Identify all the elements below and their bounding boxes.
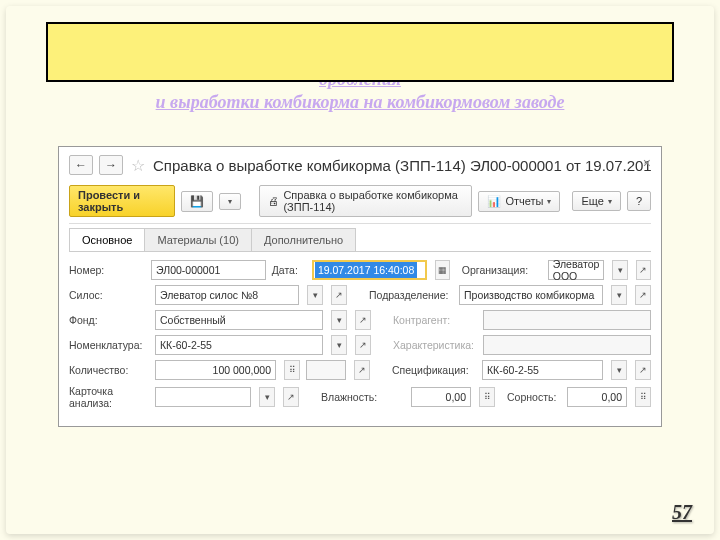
select-icon[interactable]: ▾ <box>307 285 323 305</box>
select-icon[interactable]: ▾ <box>331 335 347 355</box>
help-button[interactable]: ? <box>627 191 651 211</box>
toolbar: Провести и закрыть ▾ Справка о выработке… <box>69 181 651 224</box>
label-org: Организация: <box>462 264 542 276</box>
spec-field[interactable]: КК-60-2-55 <box>482 360 603 380</box>
titlebar: ← → ☆ Справка о выработке комбикорма (ЗП… <box>69 155 651 181</box>
silo-value: Элеватор силос №8 <box>160 289 258 301</box>
calc-icon[interactable]: ⠿ <box>479 387 495 407</box>
nomen-field[interactable]: КК-60-2-55 <box>155 335 323 355</box>
counter-field <box>483 310 651 330</box>
char-field <box>483 335 651 355</box>
date-field[interactable]: 19.07.2017 16:40:08 <box>312 260 427 280</box>
row-fund: Фонд: Собственный ▾ ↗ Контрагент: <box>69 310 651 330</box>
tab-materials[interactable]: Материалы (10) <box>144 228 252 251</box>
label-silo: Силос: <box>69 289 149 301</box>
dept-field[interactable]: Производство комбикорма <box>459 285 603 305</box>
slide-frame: дробления и выработки комбикорма на комб… <box>6 6 714 534</box>
org-field[interactable]: Элеватор ООО <box>548 260 605 280</box>
nav-forward-button[interactable]: → <box>99 155 123 175</box>
more-label: Еще <box>581 195 603 207</box>
chevron-down-icon: ▾ <box>608 197 612 206</box>
date-value: 19.07.2017 16:40:08 <box>315 261 417 279</box>
chevron-down-icon: ▾ <box>228 197 232 206</box>
select-icon[interactable]: ▾ <box>612 260 627 280</box>
label-qty: Количество: <box>69 364 149 376</box>
form-area: Номер: ЭЛ00-000001 Дата: 19.07.2017 16:4… <box>69 251 651 409</box>
label-counter: Контрагент: <box>393 314 477 326</box>
qty-field[interactable]: 100 000,000 <box>155 360 276 380</box>
open-icon[interactable]: ↗ <box>355 335 371 355</box>
open-icon[interactable]: ↗ <box>283 387 299 407</box>
print-label: Справка о выработке комбикорма (ЗПП-114) <box>283 189 463 213</box>
fund-field[interactable]: Собственный <box>155 310 323 330</box>
calc-icon[interactable]: ⠿ <box>635 387 651 407</box>
fund-value: Собственный <box>160 314 226 326</box>
report-icon <box>487 195 501 208</box>
select-icon[interactable]: ▾ <box>259 387 275 407</box>
spec-value: КК-60-2-55 <box>487 364 539 376</box>
title-box <box>46 22 674 82</box>
label-nomen: Номенклатура: <box>69 339 149 351</box>
open-icon[interactable]: ↗ <box>354 360 370 380</box>
post-button[interactable]: ▾ <box>219 193 241 210</box>
label-number: Номер: <box>69 264 145 276</box>
more-button[interactable]: Еще▾ <box>572 191 620 211</box>
subtitle-line2: и выработки комбикорма на комбикормовом … <box>156 92 565 112</box>
label-spec: Спецификация: <box>392 364 476 376</box>
label-moist: Влажность: <box>321 391 405 403</box>
moist-field[interactable]: 0,00 <box>411 387 471 407</box>
nomen-value: КК-60-2-55 <box>160 339 212 351</box>
open-icon[interactable]: ↗ <box>331 285 347 305</box>
save-button[interactable] <box>181 191 213 212</box>
window-title: Справка о выработке комбикорма (ЗПП-114)… <box>153 157 651 174</box>
row-card: Карточка анализа: ▾ ↗ Влажность: 0,00 ⠿ … <box>69 385 651 409</box>
open-icon[interactable]: ↗ <box>636 260 651 280</box>
qty-value: 100 000,000 <box>213 364 271 376</box>
printer-icon <box>268 195 279 207</box>
close-icon[interactable]: × <box>643 155 651 171</box>
chevron-down-icon: ▾ <box>547 197 551 206</box>
calc-icon[interactable]: ⠿ <box>284 360 300 380</box>
print-button[interactable]: Справка о выработке комбикорма (ЗПП-114) <box>259 185 472 217</box>
row-qty: Количество: 100 000,000 ⠿ ↗ Спецификация… <box>69 360 651 380</box>
tab-main[interactable]: Основное <box>69 228 145 251</box>
page-number: 57 <box>672 501 692 524</box>
open-icon[interactable]: ↗ <box>355 310 371 330</box>
reports-label: Отчеты <box>505 195 543 207</box>
select-icon[interactable]: ▾ <box>611 360 627 380</box>
number-value: ЭЛ00-000001 <box>156 264 220 276</box>
org-value: Элеватор ООО <box>553 258 600 282</box>
number-field[interactable]: ЭЛ00-000001 <box>151 260 266 280</box>
unit-field <box>306 360 346 380</box>
row-silo: Силос: Элеватор силос №8 ▾ ↗ Подразделен… <box>69 285 651 305</box>
sor-field[interactable]: 0,00 <box>567 387 627 407</box>
moist-value: 0,00 <box>446 391 466 403</box>
reports-button[interactable]: Отчеты▾ <box>478 191 560 212</box>
app-window: ← → ☆ Справка о выработке комбикорма (ЗП… <box>58 146 662 427</box>
label-sor: Сорность: <box>507 391 561 403</box>
nav-back-button[interactable]: ← <box>69 155 93 175</box>
card-field[interactable] <box>155 387 251 407</box>
label-fund: Фонд: <box>69 314 149 326</box>
open-icon[interactable]: ↗ <box>635 285 651 305</box>
tab-extra[interactable]: Дополнительно <box>251 228 356 251</box>
row-nomen: Номенклатура: КК-60-2-55 ▾ ↗ Характерист… <box>69 335 651 355</box>
row-number: Номер: ЭЛ00-000001 Дата: 19.07.2017 16:4… <box>69 260 651 280</box>
silo-field[interactable]: Элеватор силос №8 <box>155 285 299 305</box>
label-date: Дата: <box>272 264 306 276</box>
save-icon <box>190 195 204 208</box>
tabs: Основное Материалы (10) Дополнительно <box>69 228 651 251</box>
sor-value: 0,00 <box>602 391 622 403</box>
dept-value: Производство комбикорма <box>464 289 594 301</box>
label-dept: Подразделение: <box>369 289 453 301</box>
label-char: Характеристика: <box>393 339 477 351</box>
favorite-icon[interactable]: ☆ <box>131 156 145 175</box>
label-card: Карточка анализа: <box>69 385 149 409</box>
calendar-icon[interactable]: ▦ <box>435 260 450 280</box>
open-icon[interactable]: ↗ <box>635 360 651 380</box>
select-icon[interactable]: ▾ <box>331 310 347 330</box>
select-icon[interactable]: ▾ <box>611 285 627 305</box>
post-and-close-button[interactable]: Провести и закрыть <box>69 185 175 217</box>
